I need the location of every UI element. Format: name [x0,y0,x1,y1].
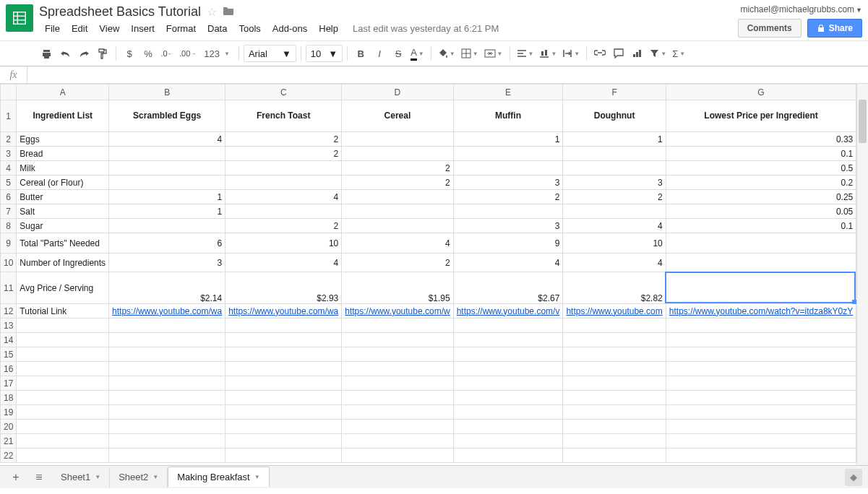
functions-icon[interactable]: Σ▼ [670,44,687,63]
cell-A7[interactable]: Salt [17,204,109,219]
menu-view[interactable]: View [93,20,125,37]
folder-icon[interactable] [223,6,234,18]
cell-C15[interactable] [225,347,342,362]
cell-F3[interactable] [563,147,666,161]
font-dropdown[interactable]: Arial▼ [244,45,296,62]
cell-E22[interactable] [453,448,563,463]
cell-F11[interactable]: $2.82 [563,272,666,304]
align-horizontal-icon[interactable]: ▼ [515,44,536,63]
cell-D2[interactable] [342,132,453,147]
cell-B4[interactable] [109,161,225,176]
cell-A19[interactable] [17,405,109,420]
row-header-8[interactable]: 8 [1,219,17,233]
row-header-7[interactable]: 7 [1,204,17,219]
cell-F7[interactable] [563,204,666,219]
cell-D21[interactable] [342,434,453,448]
cell-F20[interactable] [563,420,666,434]
tutorial-link-4[interactable]: https://www.youtube.com [566,306,662,316]
row-header-10[interactable]: 10 [1,254,17,272]
cell-F2[interactable]: 1 [563,132,666,147]
cell-B20[interactable] [109,420,225,434]
cell-C10[interactable]: 4 [225,254,342,272]
cell-A15[interactable] [17,347,109,362]
text-color-icon[interactable]: A▼ [408,44,426,63]
cell-A17[interactable] [17,376,109,391]
cell-D8[interactable] [342,219,453,233]
cell-D7[interactable] [342,204,453,219]
cell-C2[interactable]: 2 [225,132,342,147]
insert-chart-icon[interactable] [629,44,646,63]
cell-D22[interactable] [342,448,453,463]
cell-D9[interactable]: 4 [342,233,453,254]
sheet-tab-sheet2[interactable]: Sheet2▼ [110,467,168,488]
col-header-E[interactable]: E [453,84,563,100]
cell-F10[interactable]: 4 [563,254,666,272]
vertical-scrollbar[interactable] [856,84,868,465]
row-header-5[interactable]: 5 [1,176,17,190]
cell-G1[interactable]: Lowest Price per Ingredient [666,100,856,132]
cell-E11[interactable]: $2.67 [453,272,563,304]
cell-E17[interactable] [453,376,563,391]
select-all-corner[interactable] [1,84,17,100]
cell-C5[interactable] [225,176,342,190]
print-icon[interactable] [38,44,55,63]
menu-data[interactable]: Data [202,20,233,37]
cell-A11[interactable]: Avg Price / Serving [17,272,109,304]
fill-color-icon[interactable]: ▼ [436,44,457,63]
cell-C3[interactable]: 2 [225,147,342,161]
cell-B3[interactable] [109,147,225,161]
cell-E18[interactable] [453,391,563,405]
cell-D10[interactable]: 2 [342,254,453,272]
cell-G10[interactable] [666,254,856,272]
col-header-C[interactable]: C [225,84,342,100]
cell-D1[interactable]: Cereal [342,100,453,132]
cell-D6[interactable] [342,190,453,204]
tutorial-link-1[interactable]: https://www.youtube.com/wa [228,306,338,316]
strikethrough-icon[interactable]: S [390,44,407,63]
cell-B15[interactable] [109,347,225,362]
cell-F6[interactable]: 2 [563,190,666,204]
cell-B10[interactable]: 3 [109,254,225,272]
comments-button[interactable]: Comments [738,19,802,38]
cell-B5[interactable] [109,176,225,190]
cell-F22[interactable] [563,448,666,463]
filter-icon[interactable]: ▼ [648,44,669,63]
cell-E3[interactable] [453,147,563,161]
row-header-20[interactable]: 20 [1,420,17,434]
cell-A21[interactable] [17,434,109,448]
cell-E12[interactable]: https://www.youtube.com/v [453,304,563,318]
cell-A20[interactable] [17,420,109,434]
row-header-19[interactable]: 19 [1,405,17,420]
user-email[interactable]: michael@michaelgrubbs.com▼ [741,4,863,14]
menu-help[interactable]: Help [313,20,344,37]
col-header-D[interactable]: D [342,84,453,100]
cell-B13[interactable] [109,318,225,333]
col-header-F[interactable]: F [563,84,666,100]
cell-D16[interactable] [342,362,453,376]
number-format-dropdown[interactable]: 123▼ [199,44,234,63]
cell-C14[interactable] [225,333,342,347]
cell-A2[interactable]: Eggs [17,132,109,147]
cell-E15[interactable] [453,347,563,362]
insert-comment-icon[interactable] [610,44,627,63]
cell-G9[interactable] [666,233,856,254]
cell-C12[interactable]: https://www.youtube.com/wa [225,304,342,318]
cell-C9[interactable]: 10 [225,233,342,254]
cell-A14[interactable] [17,333,109,347]
add-sheet-button[interactable]: + [6,469,26,486]
cell-F12[interactable]: https://www.youtube.com [563,304,666,318]
cell-B8[interactable] [109,219,225,233]
row-header-13[interactable]: 13 [1,318,17,333]
cell-F13[interactable] [563,318,666,333]
cell-B18[interactable] [109,391,225,405]
cell-E2[interactable]: 1 [453,132,563,147]
cell-D11[interactable]: $1.95 [342,272,453,304]
cell-A12[interactable]: Tutorial Link [17,304,109,318]
cell-E13[interactable] [453,318,563,333]
cell-G7[interactable]: 0.05 [666,204,856,219]
cell-B14[interactable] [109,333,225,347]
italic-icon[interactable]: I [371,44,388,63]
cell-G18[interactable] [666,391,856,405]
cell-B2[interactable]: 4 [109,132,225,147]
cell-B11[interactable]: $2.14 [109,272,225,304]
